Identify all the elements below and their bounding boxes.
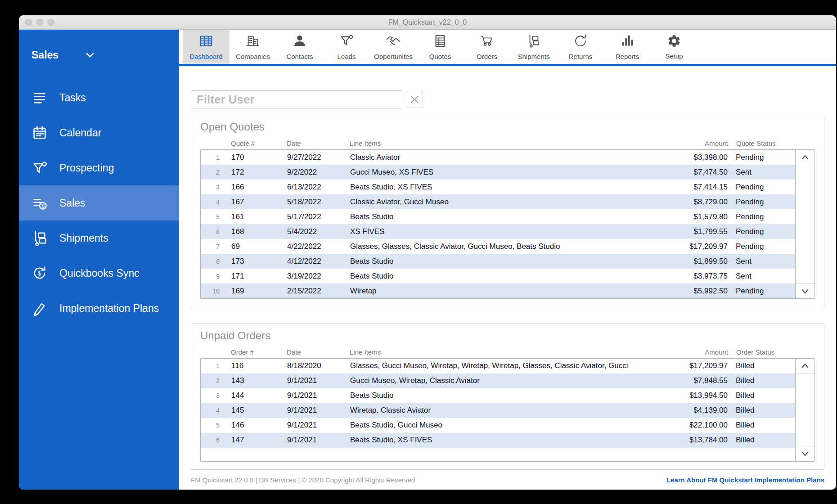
cell-status: Billed bbox=[728, 361, 795, 370]
table-row[interactable]: 41675/18/2022Classic Aviator, Gucci Muse… bbox=[201, 194, 795, 209]
cell-date: 9/27/2022 bbox=[281, 153, 344, 162]
cell-status: Billed bbox=[728, 421, 795, 430]
sidebar-item-label: Tasks bbox=[59, 92, 86, 104]
cell-id: 168 bbox=[226, 227, 281, 236]
table-row[interactable]: 11168/18/2020Glasses, Gucci Museo, Wiret… bbox=[201, 359, 795, 374]
cell-date: 5/4/2022 bbox=[281, 227, 344, 236]
tab-opportunities[interactable]: Opportunites bbox=[370, 30, 417, 64]
module-selector[interactable]: Sales bbox=[27, 45, 100, 65]
scroll-down-button[interactable] bbox=[796, 446, 814, 461]
zoom-button[interactable] bbox=[48, 19, 54, 26]
cell-num: 3 bbox=[201, 184, 226, 191]
cell-items: Wiretap, Classic Aviator bbox=[344, 406, 649, 415]
cell-amount: $7,414.15 bbox=[649, 183, 728, 192]
table-row[interactable]: 41459/1/2021Wiretap, Classic Aviator$4,1… bbox=[201, 403, 795, 418]
table-row[interactable]: 61479/1/2021Beats Studio, XS FIVES$13,78… bbox=[201, 433, 795, 448]
tab-reports[interactable]: Reports bbox=[604, 30, 651, 64]
unpaid-orders-scrollbar bbox=[795, 359, 814, 461]
cell-date: 5/18/2022 bbox=[281, 198, 344, 207]
cell-num: 1 bbox=[201, 154, 226, 161]
sidebar-item-label: Shipments bbox=[59, 232, 108, 244]
tab-leads[interactable]: Leads bbox=[323, 30, 370, 64]
cell-status: Billed bbox=[728, 391, 795, 400]
cell-date: 9/1/2021 bbox=[281, 376, 344, 385]
sidebar-item-label: Sales bbox=[59, 197, 86, 209]
sidebar-item-prospecting[interactable]: Prospecting bbox=[19, 150, 179, 185]
cell-amount: $17,209.97 bbox=[649, 361, 728, 370]
shopping-cart-icon bbox=[479, 33, 495, 50]
cell-amount: $13,784.00 bbox=[649, 436, 728, 445]
quotes-table-icon bbox=[432, 33, 448, 50]
cell-date: 9/1/2021 bbox=[281, 391, 344, 400]
sidebar-item-shipments[interactable]: Shipments bbox=[19, 220, 179, 256]
tab-contacts[interactable]: Contacts bbox=[276, 30, 323, 64]
sidebar-item-quickbooks-sync[interactable]: $ Quickbooks Sync bbox=[19, 256, 179, 291]
cell-num: 3 bbox=[201, 392, 226, 399]
sidebar-item-implementation-plans[interactable]: Implementation Plans bbox=[19, 291, 179, 326]
tab-quotes[interactable]: Quotes bbox=[417, 30, 464, 64]
hand-truck-icon bbox=[31, 229, 49, 247]
sales-list-dollar-icon: $ bbox=[31, 194, 49, 212]
footer-version-info: FM Quickstart 22.0.0 | DB Services | © 2… bbox=[191, 476, 415, 484]
filter-user-input[interactable] bbox=[191, 90, 402, 108]
tab-dashboard[interactable]: Dashboard bbox=[183, 30, 230, 64]
table-row[interactable]: 51469/1/2021Beats Studio, Gucci Museo$22… bbox=[201, 418, 795, 433]
open-quotes-header: Quote # Date Line Items Amount Quote Sta… bbox=[200, 140, 815, 147]
table-row[interactable]: 31449/1/2021Beats Studio$13,994.50Billed bbox=[201, 388, 795, 403]
cell-date: 4/12/2022 bbox=[281, 257, 344, 266]
table-row[interactable]: 31666/13/2022Beats Studio, XS FIVES$7,41… bbox=[201, 180, 795, 194]
sidebar-item-tasks[interactable]: Tasks bbox=[19, 80, 179, 115]
table-row[interactable]: 51615/17/2022Beats Studio$1,579.80Pendin… bbox=[201, 209, 795, 224]
table-row[interactable]: 81734/12/2022Beats Studio$1,899.50Sent bbox=[201, 254, 795, 269]
cell-num: 2 bbox=[201, 377, 226, 384]
open-quotes-scrollbar bbox=[795, 150, 814, 298]
table-row[interactable]: 91713/19/2022Beats Studio$3,973.75Sent bbox=[201, 269, 795, 284]
unpaid-orders-title: Unpaid Orders bbox=[200, 329, 815, 342]
bar-chart-icon bbox=[620, 33, 635, 50]
scroll-up-button[interactable] bbox=[796, 150, 814, 165]
implementation-plans-link[interactable]: Learn About FM Quickstart Implementation… bbox=[666, 476, 824, 484]
clear-filter-button[interactable] bbox=[406, 91, 423, 108]
cell-items: Wiretap bbox=[344, 287, 649, 296]
tab-companies[interactable]: Companies bbox=[230, 30, 276, 64]
cell-id: 69 bbox=[226, 242, 281, 251]
open-quotes-table: 11709/27/2022Classic Aviator$3,398.00Pen… bbox=[200, 149, 815, 299]
cell-items: Gucci Museo, Wiretap, Classic Aviator bbox=[344, 376, 649, 385]
cell-date: 9/1/2021 bbox=[281, 406, 344, 415]
table-row[interactable]: 101692/15/2022Wiretap$5,992.50Pending bbox=[201, 284, 795, 298]
sidebar-item-label: Calendar bbox=[59, 127, 101, 139]
sync-dollar-icon: $ bbox=[31, 264, 49, 282]
close-button[interactable] bbox=[25, 19, 32, 26]
table-row[interactable]: 21439/1/2021Gucci Museo, Wiretap, Classi… bbox=[201, 374, 795, 388]
open-quotes-panel: Open Quotes Quote # Date Line Items Amou… bbox=[191, 115, 824, 308]
cell-id: 146 bbox=[226, 421, 281, 430]
scroll-up-button[interactable] bbox=[796, 359, 814, 374]
cell-id: 145 bbox=[226, 406, 281, 415]
cell-amount: $1,579.80 bbox=[649, 212, 728, 221]
cell-id: 147 bbox=[226, 436, 281, 445]
cell-num: 5 bbox=[201, 213, 226, 220]
tab-orders[interactable]: Orders bbox=[464, 30, 510, 64]
sidebar-item-sales[interactable]: $ Sales bbox=[19, 185, 179, 220]
table-row[interactable]: 61685/4/2022XS FIVES$1,799.55Pending bbox=[201, 224, 795, 239]
sidebar-item-calendar[interactable]: Calendar bbox=[19, 115, 179, 150]
table-row[interactable]: 21729/2/2022Gucci Museo, XS FIVES$7,474.… bbox=[201, 165, 795, 180]
table-row[interactable]: 11709/27/2022Classic Aviator$3,398.00Pen… bbox=[201, 150, 795, 165]
tab-returns[interactable]: Returns bbox=[557, 30, 604, 64]
tab-shipments[interactable]: Shipments bbox=[510, 30, 557, 64]
table-row[interactable]: 7694/22/2022Glasses, Glasses, Classic Av… bbox=[201, 239, 795, 254]
dashboard-content: Open Quotes Quote # Date Line Items Amou… bbox=[179, 66, 836, 490]
calendar-icon bbox=[31, 124, 49, 142]
cell-status: Billed bbox=[728, 406, 795, 415]
tab-setup[interactable]: Setup bbox=[651, 30, 698, 64]
cell-num: 9 bbox=[201, 273, 226, 280]
gear-icon bbox=[667, 34, 681, 50]
cell-status: Pending bbox=[728, 212, 795, 221]
toolbar: Dashboard Companies Contacts bbox=[179, 30, 836, 64]
scroll-down-button[interactable] bbox=[796, 283, 814, 298]
cell-status: Sent bbox=[728, 257, 795, 266]
cell-status: Pending bbox=[728, 242, 795, 251]
cell-id: 171 bbox=[226, 272, 281, 281]
cell-amount: $7,848.55 bbox=[649, 376, 728, 385]
minimize-button[interactable] bbox=[36, 19, 43, 26]
